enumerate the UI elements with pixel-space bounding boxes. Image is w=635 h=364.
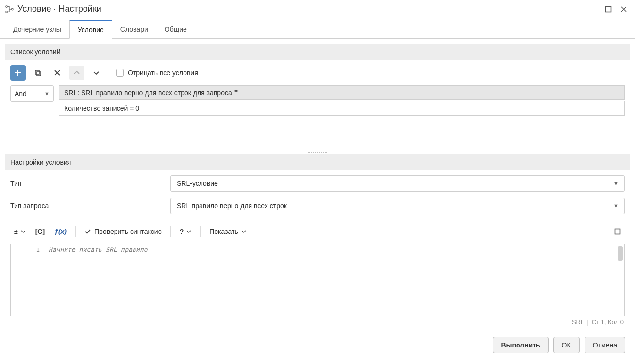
editor-status-bar: SRL | Ст 1, Кол 0 <box>5 316 630 330</box>
chevron-down-icon: ▼ <box>613 181 618 186</box>
delete-condition-button[interactable] <box>50 66 65 80</box>
copy-condition-button[interactable] <box>31 66 45 80</box>
chevron-down-icon: ▼ <box>613 203 618 209</box>
settings-header: Настройки условия <box>5 154 630 170</box>
chevron-down-icon: ▼ <box>44 91 50 97</box>
operator-value: And <box>15 90 27 98</box>
ok-button[interactable]: OK <box>553 337 580 353</box>
editor-scrollbar[interactable] <box>618 246 623 261</box>
tab-dictionaries[interactable]: Словари <box>112 20 156 39</box>
tab-child-nodes[interactable]: Дочерние узлы <box>5 20 69 39</box>
svg-point-1 <box>6 11 8 13</box>
query-type-value: SRL правило верно для всех строк <box>177 202 287 210</box>
svg-rect-6 <box>615 229 620 234</box>
help-button[interactable]: ? <box>176 224 196 239</box>
operator-select[interactable]: And ▼ <box>10 85 54 102</box>
svg-rect-5 <box>37 72 41 76</box>
query-type-select[interactable]: SRL правило верно для всех строк ▼ <box>170 198 625 214</box>
move-up-button[interactable] <box>69 66 84 80</box>
editor-gutter: 1 <box>11 244 45 316</box>
tab-general[interactable]: Общие <box>156 20 195 39</box>
editor-placeholder: Начните писать SRL-правило <box>45 244 624 316</box>
run-button[interactable]: Выполнить <box>493 337 548 353</box>
tab-bar: Дочерние узлы Условие Словари Общие <box>0 20 635 39</box>
dialog-footer: Выполнить OK Отмена <box>5 332 630 359</box>
condition-row[interactable]: Количество записей = 0 <box>59 101 625 116</box>
fx-button[interactable]: ƒ(x) <box>50 224 70 239</box>
svg-rect-3 <box>606 6 611 12</box>
code-editor[interactable]: 1 Начните писать SRL-правило <box>10 244 625 316</box>
type-select[interactable]: SRL-условие ▼ <box>170 175 625 192</box>
type-value: SRL-условие <box>177 180 218 187</box>
svg-point-2 <box>12 8 14 10</box>
svg-point-0 <box>6 5 8 7</box>
fullscreen-editor-button[interactable] <box>610 224 625 239</box>
move-down-button[interactable] <box>89 66 103 80</box>
editor-cursor-pos: Ст 1, Кол 0 <box>592 318 624 326</box>
show-button[interactable]: Показать <box>205 224 250 239</box>
cancel-button[interactable]: Отмена <box>585 337 625 353</box>
type-label: Тип <box>10 180 170 187</box>
plus-minus-button[interactable]: ± <box>10 224 30 239</box>
query-type-label: Тип запроса <box>10 202 170 210</box>
negate-all-label: Отрицать все условия <box>128 69 198 77</box>
conditions-toolbar: Отрицать все условия <box>5 60 630 85</box>
title-bar: Условие · Настройки <box>0 0 635 17</box>
c-bracket-button[interactable]: [C] <box>32 224 49 239</box>
conditions-header: Список условий <box>5 44 630 60</box>
svg-rect-4 <box>35 70 39 74</box>
app-icon <box>5 5 14 14</box>
editor-lang: SRL <box>572 318 584 326</box>
maximize-button[interactable] <box>604 5 613 14</box>
tab-condition[interactable]: Условие <box>69 20 112 39</box>
check-syntax-button[interactable]: Проверить синтаксис <box>81 224 166 239</box>
negate-all-checkbox[interactable] <box>116 69 124 77</box>
editor-toolbar: ± [C] ƒ(x) Проверить синтаксис ? <box>5 221 630 242</box>
add-condition-button[interactable] <box>10 65 26 81</box>
condition-row[interactable]: SRL: SRL правило верно для всех строк дл… <box>59 85 625 100</box>
window-title: Условие · Настройки <box>17 4 101 14</box>
close-button[interactable] <box>619 5 628 14</box>
